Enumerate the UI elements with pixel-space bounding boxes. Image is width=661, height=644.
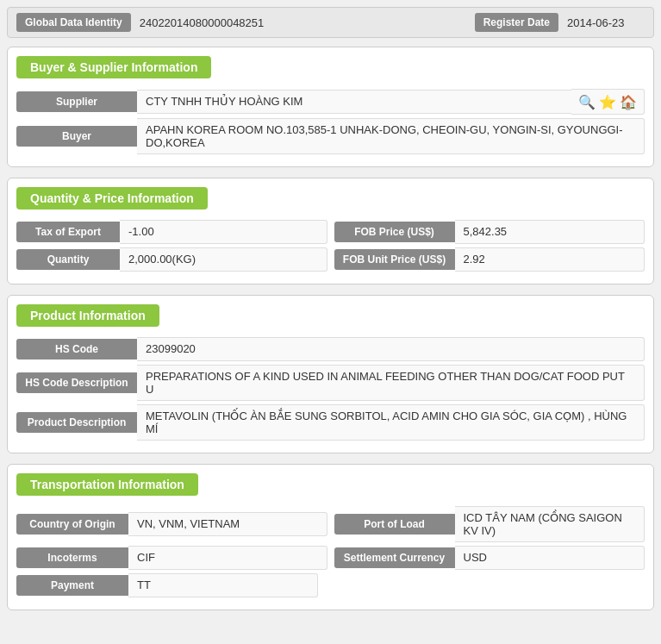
buyer-row: Buyer APAHN KOREA ROOM NO.103,585-1 UNHA…: [16, 118, 645, 154]
tax-col: Tax of Export -1.00: [16, 220, 327, 244]
global-data-identity-label: Global Data Identity: [16, 13, 131, 32]
quantity-fob-unit-row: Quantity 2,000.00(KG) FOB Unit Price (US…: [16, 247, 645, 272]
hs-code-row: HS Code 23099020: [16, 337, 645, 361]
settlement-col: Settlement Currency USD: [334, 546, 645, 570]
payment-label: Payment: [16, 575, 128, 596]
hs-code-value: 23099020: [137, 337, 645, 361]
hs-desc-row: HS Code Description PREPARATIONS OF A KI…: [16, 365, 645, 401]
identity-bar: Global Data Identity 2402201408000004825…: [7, 7, 654, 38]
transportation-section: Transportation Information Country of Or…: [7, 464, 654, 610]
prod-desc-value: METAVOLIN (THỐC ÀN BẮE SUNG SORBITOL, AC…: [137, 404, 645, 441]
supplier-icons: 🔍 ⭐ 🏠: [571, 89, 645, 115]
origin-port-row: Country of Origin VN, VNM, VIETNAM Port …: [16, 506, 645, 542]
tax-fob-price-row: Tax of Export -1.00 FOB Price (US$) 5,84…: [16, 220, 645, 244]
origin-label: Country of Origin: [16, 514, 128, 535]
prod-desc-row: Product Description METAVOLIN (THỐC ÀN B…: [16, 404, 645, 441]
quantity-label: Quantity: [16, 249, 120, 270]
incoterms-col: Incoterms CIF: [16, 546, 327, 570]
hs-desc-value: PREPARATIONS OF A KIND USED IN ANIMAL FE…: [137, 365, 645, 401]
search-icon[interactable]: 🔍: [578, 94, 596, 110]
register-date-label: Register Date: [475, 13, 558, 32]
home-icon[interactable]: 🏠: [620, 94, 637, 110]
prod-desc-label: Product Description: [16, 412, 137, 433]
page-wrapper: Global Data Identity 2402201408000004825…: [7, 7, 654, 610]
incoterms-value: CIF: [128, 546, 327, 570]
product-header: Product Information: [16, 304, 159, 327]
incoterms-settlement-row: Incoterms CIF Settlement Currency USD: [16, 546, 645, 570]
payment-row: Payment TT: [16, 573, 645, 597]
transportation-header: Transportation Information: [16, 473, 198, 496]
supplier-label: Supplier: [16, 91, 137, 112]
settlement-value: USD: [455, 546, 645, 570]
product-section: Product Information HS Code 23099020 HS …: [7, 295, 654, 453]
supplier-value: CTY TNHH THỦY HOÀNG KIM: [137, 90, 571, 114]
origin-value: VN, VNM, VIETNAM: [128, 512, 327, 536]
quantity-price-section: Quantity & Price Information Tax of Expo…: [7, 178, 654, 284]
quantity-price-header: Quantity & Price Information: [16, 187, 208, 209]
buyer-supplier-header: Buyer & Supplier Information: [16, 56, 211, 78]
incoterms-label: Incoterms: [16, 547, 128, 568]
quantity-col: Quantity 2,000.00(KG): [16, 247, 327, 272]
global-data-identity-value: 24022014080000048251: [140, 16, 466, 29]
payment-value: TT: [128, 573, 318, 597]
settlement-label: Settlement Currency: [334, 547, 455, 568]
quantity-value: 2,000.00(KG): [120, 247, 327, 272]
buyer-label: Buyer: [16, 126, 137, 147]
tax-value: -1.00: [120, 220, 327, 244]
register-date-value: 2014-06-23: [567, 16, 645, 29]
port-value: ICD TÂY NAM (CỒNG SAIGON KV IV): [455, 506, 645, 542]
buyer-value: APAHN KOREA ROOM NO.103,585-1 UNHAK-DONG…: [137, 118, 645, 154]
hs-code-label: HS Code: [16, 339, 137, 360]
fob-unit-col: FOB Unit Price (US$) 2.92: [334, 247, 645, 272]
tax-label: Tax of Export: [16, 222, 120, 242]
buyer-supplier-section: Buyer & Supplier Information Supplier CT…: [7, 47, 654, 167]
port-col: Port of Load ICD TÂY NAM (CỒNG SAIGON KV…: [334, 506, 645, 542]
origin-col: Country of Origin VN, VNM, VIETNAM: [16, 512, 327, 536]
fob-price-value: 5,842.35: [455, 220, 645, 244]
star-icon[interactable]: ⭐: [599, 94, 616, 110]
fob-price-col: FOB Price (US$) 5,842.35: [334, 220, 645, 244]
supplier-row: Supplier CTY TNHH THỦY HOÀNG KIM 🔍 ⭐ 🏠: [16, 89, 645, 115]
port-label: Port of Load: [334, 514, 455, 535]
fob-price-label: FOB Price (US$): [334, 222, 455, 242]
fob-unit-label: FOB Unit Price (US$): [334, 249, 455, 270]
fob-unit-value: 2.92: [455, 247, 645, 272]
hs-desc-label: HS Code Description: [16, 372, 137, 393]
